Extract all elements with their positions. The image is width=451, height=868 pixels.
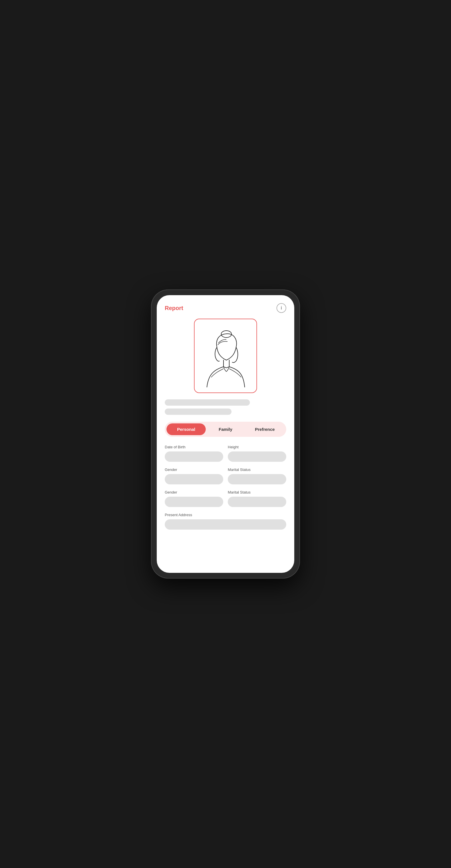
field-marital-1: Marital Status	[228, 467, 286, 485]
profile-photo-box[interactable]	[194, 319, 257, 393]
field-gender-1: Gender	[165, 467, 223, 485]
label-marital-1: Marital Status	[228, 467, 286, 472]
value-address[interactable]	[165, 519, 286, 530]
tab-family[interactable]: Family	[206, 424, 245, 435]
field-gender-2: Gender	[165, 490, 223, 507]
phone-screen: Report i	[157, 295, 294, 573]
tabs-container: Personal Family Prefrence	[165, 422, 286, 437]
value-marital-2[interactable]	[228, 497, 286, 507]
field-address: Present Address	[165, 513, 286, 530]
phone-shell: Report i	[151, 289, 300, 579]
value-gender-1[interactable]	[165, 474, 223, 485]
profile-photo-container	[165, 319, 286, 393]
tab-personal[interactable]: Personal	[167, 424, 206, 435]
field-marital-2: Marital Status	[228, 490, 286, 507]
field-dob: Date of Birth	[165, 445, 223, 462]
label-gender-2: Gender	[165, 490, 223, 494]
field-height: Height	[228, 445, 286, 462]
page-title: Report	[165, 305, 183, 311]
label-address: Present Address	[165, 513, 286, 517]
skeleton-bars	[165, 399, 286, 415]
value-gender-2[interactable]	[165, 497, 223, 507]
tab-preference[interactable]: Prefrence	[245, 424, 284, 435]
info-icon[interactable]: i	[277, 303, 286, 313]
value-dob[interactable]	[165, 452, 223, 462]
info-icon-label: i	[281, 306, 282, 311]
header: Report i	[165, 303, 286, 313]
skeleton-bar-name	[165, 399, 250, 406]
form-fields: Date of Birth Height Gender Marital Stat…	[165, 445, 286, 535]
label-gender-1: Gender	[165, 467, 223, 472]
value-marital-1[interactable]	[228, 474, 286, 485]
label-height: Height	[228, 445, 286, 449]
skeleton-bar-subtitle	[165, 408, 231, 415]
screen-content: Report i	[157, 295, 294, 573]
label-marital-2: Marital Status	[228, 490, 286, 494]
label-dob: Date of Birth	[165, 445, 223, 449]
profile-avatar-svg	[201, 324, 250, 388]
value-height[interactable]	[228, 452, 286, 462]
